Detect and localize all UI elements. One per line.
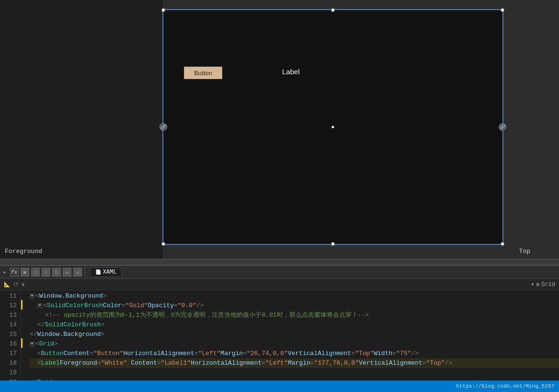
- breadcrumb-grid-icon: ⊞: [536, 281, 540, 288]
- canvas-frame: 🔗 🔗 Button Label: [163, 10, 503, 244]
- code-line-16: ▼ <Grid>: [30, 339, 559, 349]
- line-num-14: 14: [0, 320, 17, 330]
- code-line-13: <!-- opacity的值范围为0-1,1为不透明，0为完全透明，注意当他的值…: [30, 311, 559, 320]
- toolbar-arrow-icon[interactable]: ↕: [42, 268, 50, 277]
- toolbar-table-icon[interactable]: ⬚: [31, 268, 40, 277]
- line-num-19: 19: [0, 368, 17, 378]
- handle-left-chain[interactable]: 🔗: [160, 123, 167, 131]
- left-panel: [0, 0, 163, 259]
- xaml-tab[interactable]: 📄 XAML: [90, 267, 122, 277]
- handle-top-mid[interactable]: [331, 8, 335, 12]
- code-line-18: <Label Foreground="White" Content="Label…: [30, 358, 559, 368]
- xaml-tab-label: XAML: [103, 269, 117, 276]
- handle-tr[interactable]: [501, 8, 504, 12]
- app-container: 🔗 🔗 Button Label Foreground Top ▾ fx: [0, 0, 559, 392]
- status-bar: https://blog.csdn.net/Ming_5257: [0, 380, 559, 392]
- code-lines[interactable]: ▼ <Window.Background> ▼ <SolidColorBrush…: [26, 290, 559, 380]
- code-line-17: <Button Content="Button" HorizontalAlign…: [30, 349, 559, 358]
- canvas-label: Label: [282, 68, 300, 76]
- code-line-15: </Window.Background>: [30, 330, 559, 339]
- breadcrumb-dropdown[interactable]: ▾ ⊞ Grid: [531, 281, 555, 288]
- foreground-label: Foreground: [5, 248, 42, 255]
- code-line-19: [30, 368, 559, 378]
- breadcrumb-sort-icon: ⇅: [22, 281, 25, 288]
- line-numbers: 11 12 13 14 15 16 17 18 19 20: [0, 290, 21, 380]
- handle-bl[interactable]: [161, 242, 165, 246]
- line-num-13: 13: [0, 311, 17, 320]
- toolbar-image-icon[interactable]: ▭: [63, 268, 71, 277]
- line-num-12: 12: [0, 301, 17, 311]
- canvas-label-text: Label: [282, 68, 300, 76]
- handle-bottom-mid[interactable]: [331, 242, 335, 246]
- canvas-button-label: Button: [194, 69, 212, 77]
- code-line-11: ▼ <Window.Background>: [30, 291, 559, 301]
- toolbar-back-icon[interactable]: ◁: [73, 268, 82, 277]
- code-line-12: ▼ <SolidColorBrush Color="Gold" Opacity=…: [30, 301, 559, 311]
- handle-right-chain[interactable]: 🔗: [499, 123, 506, 131]
- code-editor: 11 12 13 14 15 16 17 18 19 20: [0, 290, 559, 380]
- toolbar-snap-icon[interactable]: ⬡: [52, 268, 61, 277]
- toolbar-dropdown-arrow[interactable]: ▾: [3, 269, 6, 276]
- center-dot: [332, 126, 334, 128]
- code-line-14: </SolidColorBrush>: [30, 320, 559, 330]
- xaml-tab-icon: 📄: [95, 269, 101, 275]
- breadcrumb-grid-label: Grid: [541, 281, 555, 288]
- editor-toolbar: ▾ fx ⊞ ⬚ ↕ ⬡ ▭ ◁ 📄 XAML: [0, 265, 559, 279]
- handle-br[interactable]: [501, 242, 504, 246]
- indicator-column: [21, 290, 26, 380]
- toolbar-grid-icon[interactable]: ⊞: [21, 268, 29, 277]
- line-num-15: 15: [0, 330, 17, 339]
- breadcrumb-bar: 📐 计 ⇅ ▾ ⊞ Grid: [0, 279, 559, 290]
- line-num-11: 11: [0, 291, 17, 301]
- collapse-btn-12[interactable]: ▼: [37, 303, 42, 308]
- line-num-18: 18: [0, 358, 17, 368]
- canvas-button[interactable]: Button: [184, 67, 222, 79]
- horizontal-scrollbar[interactable]: [0, 259, 559, 265]
- designer-area: 🔗 🔗 Button Label Foreground Top: [0, 0, 559, 259]
- line-num-16: 16: [0, 339, 17, 349]
- top-label: Top: [519, 248, 530, 255]
- breadcrumb-dropdown-arrow: ▾: [531, 281, 534, 288]
- breadcrumb-calc-icon: 📐: [4, 281, 11, 288]
- collapse-btn-11[interactable]: ▼: [30, 294, 34, 299]
- collapse-btn-16[interactable]: ▼: [30, 342, 34, 346]
- status-bar-url: https://blog.csdn.net/Ming_5257: [456, 383, 554, 389]
- line-num-17: 17: [0, 349, 17, 358]
- handle-tl[interactable]: [161, 8, 165, 12]
- toolbar-fx-button[interactable]: fx: [10, 268, 19, 277]
- breadcrumb-text: 计: [13, 281, 19, 288]
- toolbar-separator: [85, 268, 85, 276]
